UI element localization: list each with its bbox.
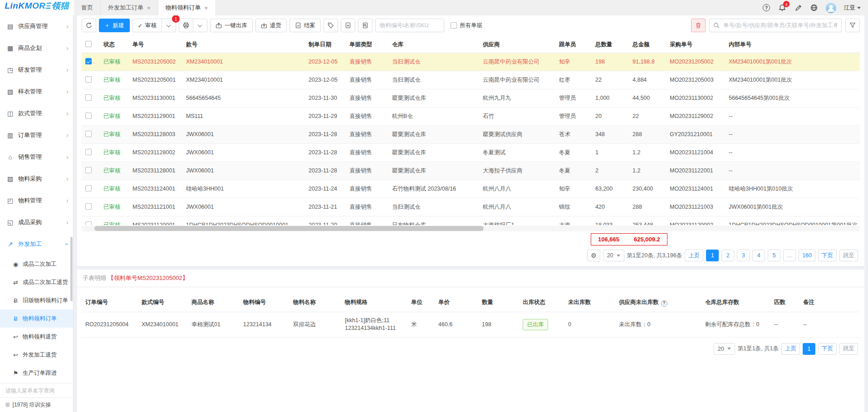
select-all-checkbox[interactable] — [85, 41, 92, 47]
sidebar-item[interactable]: ◳ 研发管理 › — [0, 59, 73, 81]
sidebar-sub-item[interactable]: Ƀ 物料领料订单 — [0, 309, 73, 328]
detail-column-header[interactable]: 订单编号 — [82, 294, 138, 312]
user-avatar[interactable] — [826, 3, 836, 13]
page-number-button[interactable]: 4 — [752, 250, 765, 261]
sidebar-item[interactable]: ⌂ 销售管理 › — [0, 146, 73, 168]
print-button[interactable] — [179, 19, 193, 32]
page-number-button[interactable]: 160 — [799, 250, 815, 261]
sidebar-item[interactable]: ◫ 款式管理 › — [0, 103, 73, 124]
close-case-button[interactable]: 结案 — [289, 19, 321, 32]
row-checkbox[interactable] — [85, 113, 92, 119]
column-header[interactable]: 单号 — [129, 37, 182, 53]
sidebar-item[interactable]: ▨ 物料采购 › — [0, 168, 73, 190]
filter-button[interactable] — [845, 19, 860, 32]
return-button[interactable]: 退货 — [255, 19, 287, 32]
sidebar-item[interactable]: ↗ 外发加工 › — [0, 233, 73, 255]
app-logo[interactable]: LinKMORΞ领猫 — [0, 0, 74, 12]
material-search-input[interactable] — [375, 19, 444, 32]
column-header[interactable]: 款号 — [182, 37, 305, 53]
column-header[interactable]: 制单日期 — [305, 37, 346, 53]
detail-column-header[interactable]: 供应商未出库数? — [615, 294, 701, 312]
detail-column-header[interactable]: 单价 — [435, 294, 478, 312]
user-menu[interactable]: 江亚 — [844, 4, 861, 12]
tab-close-icon[interactable]: × — [205, 5, 208, 11]
prev-page-button[interactable]: 上页 — [685, 250, 703, 261]
row-checkbox[interactable] — [85, 203, 92, 210]
order-row[interactable]: 已审核 MS20231205001 XM234010001 2023-12-05… — [82, 71, 860, 89]
sidebar-item[interactable]: ▤ 供应商管理 › — [0, 15, 73, 37]
detail-row[interactable]: RO20231205004 XM234010001 幸棉测试01 1232141… — [82, 312, 860, 337]
sidebar-sub-item[interactable]: ↩ 物料领料退货 — [0, 328, 73, 346]
column-header[interactable]: 单据类型 — [346, 37, 388, 53]
page-number-button[interactable]: 5 — [768, 250, 780, 261]
page-number-button[interactable]: 3 — [737, 250, 750, 261]
detail-column-header[interactable]: 数量 — [478, 294, 519, 312]
detail-column-header[interactable]: 匹数 — [770, 294, 799, 312]
detail-prev-page-button[interactable]: 上页 — [781, 343, 800, 355]
row-checkbox[interactable] — [85, 131, 92, 137]
order-row[interactable]: 已审核 MS20231129001 MS111 2023-11-29 直接销售 … — [82, 107, 860, 125]
detail-page-size-select[interactable]: 20 — [714, 343, 735, 355]
header-tab[interactable]: 外发加工订单 × — [101, 0, 158, 15]
menu-search-input[interactable] — [0, 383, 73, 397]
tag-button[interactable] — [324, 19, 338, 32]
print-dropdown-button[interactable] — [193, 19, 207, 32]
column-header[interactable]: 内部单号 — [725, 37, 860, 53]
order-row[interactable]: 已审核 MS20231124001 哇哈哈3HH001 2023-11-24 直… — [82, 180, 860, 198]
sidebar-sub-item[interactable]: ◉ 成品二次加工 — [0, 255, 73, 273]
page-number-button[interactable]: 1 — [706, 250, 719, 261]
help-icon[interactable]: ? — [762, 4, 770, 12]
detail-column-header[interactable]: 未出库数 — [564, 294, 615, 312]
page-number-button[interactable]: 2 — [721, 250, 734, 261]
sidebar-item[interactable]: ◰ 物料管理 › — [0, 190, 73, 211]
sidebar-item[interactable]: ▥ 订单管理 › — [0, 124, 73, 146]
settings-gear-button[interactable]: ⚙ — [587, 250, 600, 261]
order-row[interactable]: 已审核 MS20231128003 JWX06001 2023-11-28 直接… — [82, 125, 860, 143]
column-header[interactable]: 采购单号 — [666, 37, 725, 53]
delete-button[interactable] — [691, 19, 706, 32]
row-checkbox[interactable] — [85, 76, 92, 83]
column-header[interactable]: 总金额 — [629, 37, 666, 53]
sidebar-sub-item[interactable]: ⇄ 成品二次加工退货 — [0, 273, 73, 291]
header-tab[interactable]: 首页 — [74, 0, 101, 15]
order-row[interactable]: 已审核 MS20231130001 56645654645 2023-11-30… — [82, 89, 860, 107]
detail-column-header[interactable]: 单位 — [407, 294, 435, 312]
header-tab[interactable]: 物料领料订单 × — [158, 0, 216, 15]
row-checkbox[interactable] — [85, 149, 92, 155]
detail-next-page-button[interactable]: 下页 — [818, 343, 837, 355]
tab-close-icon[interactable]: × — [147, 5, 151, 11]
detail-column-header[interactable]: 商品名称 — [188, 294, 240, 312]
scrollbar-thumb[interactable] — [94, 226, 484, 231]
detail-column-header[interactable]: 物料规格 — [341, 294, 407, 312]
sidebar-sub-item[interactable]: ⚑ 生产订单跟进 — [0, 364, 73, 382]
sidebar-item[interactable]: ▦ 商品企划 › — [0, 37, 73, 59]
order-row[interactable]: 已审核 MS20231121001 JWX06001 2023-11-21 直接… — [82, 198, 860, 216]
column-header[interactable]: 供应商 — [479, 37, 555, 53]
design-pen-icon[interactable] — [794, 4, 802, 12]
detail-column-header[interactable]: 备注 — [799, 294, 860, 312]
detail-column-header[interactable]: 物料名称 — [289, 294, 341, 312]
page-number-button[interactable]: ... — [783, 250, 796, 261]
export-excel-button[interactable] — [341, 19, 355, 32]
column-header[interactable]: 跟单员 — [555, 37, 592, 53]
order-row[interactable]: 已审核 MS20231205002 XM234010001 2023-12-05… — [82, 53, 860, 71]
next-page-button[interactable]: 下页 — [818, 250, 837, 261]
order-row[interactable]: 已审核 MS20231120001 1DHCR1DH2023DHSODHSOD0… — [82, 216, 860, 225]
detail-page-number-button[interactable]: 1 — [803, 343, 815, 355]
column-header[interactable]: 状态 — [100, 37, 129, 53]
page-size-select[interactable]: 20 — [603, 250, 624, 261]
column-header[interactable]: 总数量 — [592, 37, 629, 53]
jump-to-button[interactable]: 跳至 — [839, 250, 858, 261]
order-row[interactable]: 已审核 MS20231128001 JWX06001 2023-11-28 直接… — [82, 162, 860, 180]
one-click-outbound-button[interactable]: 一键出库 — [210, 19, 253, 32]
all-docs-checkbox[interactable]: 所有单据 — [451, 22, 482, 29]
detail-jump-to-button[interactable]: 跳至 — [839, 343, 858, 355]
help-icon[interactable]: ? — [661, 300, 667, 307]
order-row[interactable]: 已审核 MS20231128002 JWX06001 2023-11-28 直接… — [82, 143, 860, 162]
detail-column-header[interactable]: 款式编号 — [138, 294, 188, 312]
audit-button[interactable]: ✓审核 — [132, 19, 162, 32]
refresh-button[interactable] — [82, 19, 96, 32]
row-checkbox[interactable] — [85, 94, 92, 101]
globe-icon[interactable] — [810, 4, 818, 12]
sidebar-item[interactable]: ▧ 样衣管理 › — [0, 81, 73, 103]
